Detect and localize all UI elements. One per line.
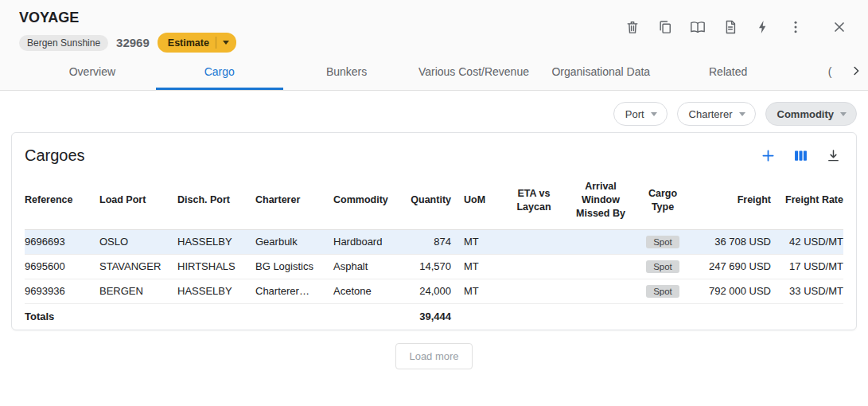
filter-port[interactable]: Port xyxy=(613,102,668,126)
col-freight-rate[interactable]: Freight Rate xyxy=(777,172,843,229)
col-arrival-window[interactable]: Arrival Window Missed By xyxy=(564,172,637,229)
cargo-row[interactable]: 9696693 OSLO HASSELBY Gearbulk Hardboard… xyxy=(25,229,843,254)
cell-arrival-window xyxy=(564,229,637,254)
top-section: VOYAGE Bergen Sunshine 32969 Estimate xyxy=(0,0,868,91)
cargo-row[interactable]: 9693936 BERGEN HASSELBY Charterer… Aceto… xyxy=(25,279,843,303)
cell-eta-vs-laycan xyxy=(504,229,564,254)
cell-cargo-type: Spot xyxy=(637,229,688,254)
cell-charterer: Gearbulk xyxy=(249,229,327,254)
cell-uom: MT xyxy=(457,229,504,254)
cell-disch-port: HASSELBY xyxy=(171,229,249,254)
copy-icon xyxy=(657,19,673,35)
columns-icon xyxy=(792,147,809,164)
tab-various-cost-revenue[interactable]: Various Cost/Revenue xyxy=(411,53,538,90)
tab-bar: Overview Cargo Bunkers Various Cost/Reve… xyxy=(0,53,868,90)
close-button[interactable] xyxy=(830,18,849,37)
bolt-button[interactable] xyxy=(753,18,773,37)
totals-row: Totals 39,444 xyxy=(25,303,843,330)
col-charterer[interactable]: Charterer xyxy=(249,172,327,229)
page-title: VOYAGE xyxy=(19,10,236,26)
chevron-down-icon xyxy=(651,112,657,116)
cell-reference: 9693936 xyxy=(25,279,93,303)
cargoes-table-wrap: Reference Load Port Disch. Port Chartere… xyxy=(12,172,856,330)
cell-uom: MT xyxy=(457,254,504,279)
more-button[interactable] xyxy=(786,18,805,37)
cell-load-port: OSLO xyxy=(93,229,171,254)
cell-cargo-type: Spot xyxy=(637,254,688,279)
cargoes-title: Cargoes xyxy=(25,146,85,165)
cell-arrival-window xyxy=(564,254,637,279)
book-button[interactable] xyxy=(688,18,707,37)
cell-freight: 36 708 USD xyxy=(688,229,777,254)
book-icon xyxy=(690,19,706,35)
topbar-icons xyxy=(623,10,849,37)
col-commodity[interactable]: Commodity xyxy=(327,172,397,229)
columns-button[interactable] xyxy=(791,146,811,166)
filter-row: Port Charterer Commodity xyxy=(0,91,868,126)
estimate-button-divider xyxy=(216,37,216,49)
close-icon xyxy=(831,19,847,35)
estimate-button[interactable]: Estimate xyxy=(158,33,236,53)
copy-button[interactable] xyxy=(656,18,675,37)
chevron-right-icon xyxy=(849,64,863,78)
cell-reference: 9696693 xyxy=(25,229,93,254)
col-load-port[interactable]: Load Port xyxy=(93,172,171,229)
col-reference[interactable]: Reference xyxy=(25,172,93,229)
cargo-type-badge: Spot xyxy=(646,260,679,273)
col-freight[interactable]: Freight xyxy=(688,172,777,229)
delete-button[interactable] xyxy=(623,18,642,37)
cell-charterer: Charterer… xyxy=(249,279,327,303)
cell-uom: MT xyxy=(457,279,504,303)
chevron-down-icon xyxy=(739,112,745,116)
filter-charterer-label: Charterer xyxy=(689,108,733,120)
col-quantity[interactable]: Quantity xyxy=(397,172,457,229)
col-cargo-type[interactable]: Cargo Type xyxy=(637,172,688,229)
cell-quantity: 24,000 xyxy=(397,279,457,303)
table-header-row: Reference Load Port Disch. Port Chartere… xyxy=(25,172,843,229)
tab-cargo[interactable]: Cargo xyxy=(156,53,283,90)
topbar: VOYAGE Bergen Sunshine 32969 Estimate xyxy=(0,0,868,53)
pdf-export-button[interactable] xyxy=(721,18,740,37)
download-icon xyxy=(825,147,842,164)
pdf-icon xyxy=(722,19,738,35)
cell-eta-vs-laycan xyxy=(504,279,564,303)
cell-reference: 9695600 xyxy=(25,254,93,279)
cell-disch-port: HIRTSHALS xyxy=(171,254,249,279)
tab-related[interactable]: Related xyxy=(664,53,792,90)
cell-load-port: BERGEN xyxy=(93,279,171,303)
filter-charterer[interactable]: Charterer xyxy=(677,102,756,126)
vessel-chip: Bergen Sunshine xyxy=(19,35,108,51)
tab-overview[interactable]: Overview xyxy=(29,53,156,90)
cell-arrival-window xyxy=(564,279,637,303)
filter-commodity[interactable]: Commodity xyxy=(765,102,858,126)
cargo-type-badge: Spot xyxy=(646,285,679,298)
col-eta-vs-laycan[interactable]: ETA vs Laycan xyxy=(504,172,564,229)
tab-bunkers[interactable]: Bunkers xyxy=(283,53,411,90)
col-disch-port[interactable]: Disch. Port xyxy=(171,172,249,229)
cargoes-table: Reference Load Port Disch. Port Chartere… xyxy=(25,172,843,330)
cell-freight-rate: 42 USD/MT xyxy=(777,229,843,254)
tab-organisational-data[interactable]: Organisational Data xyxy=(537,53,664,90)
cell-charterer: BG Logistics xyxy=(249,254,327,279)
col-uom[interactable]: UoM xyxy=(457,172,504,229)
delete-icon xyxy=(625,19,640,35)
download-button[interactable] xyxy=(823,146,843,166)
cell-freight: 792 000 USD xyxy=(688,279,777,303)
plus-icon xyxy=(760,147,777,164)
cell-load-port: STAVANGER xyxy=(93,254,171,279)
cell-freight-rate: 33 USD/MT xyxy=(777,279,843,303)
title-subrow: Bergen Sunshine 32969 Estimate xyxy=(19,33,236,53)
load-more-button[interactable]: Load more xyxy=(395,343,472,369)
cargo-row[interactable]: 9695600 STAVANGER HIRTSHALS BG Logistics… xyxy=(25,254,843,279)
cargoes-card: Cargoes Reference Load Port xyxy=(11,132,857,330)
totals-quantity: 39,444 xyxy=(397,303,457,330)
estimate-button-label: Estimate xyxy=(168,37,209,49)
cell-quantity: 874 xyxy=(397,229,457,254)
cell-disch-port: HASSELBY xyxy=(171,279,249,303)
voyage-number: 32969 xyxy=(116,36,150,49)
cargoes-actions xyxy=(758,146,843,166)
cell-commodity: Acetone xyxy=(327,279,397,303)
add-cargo-button[interactable] xyxy=(758,146,778,166)
tab-scroll-right-button[interactable] xyxy=(847,62,865,82)
cargoes-card-header: Cargoes xyxy=(12,133,856,172)
